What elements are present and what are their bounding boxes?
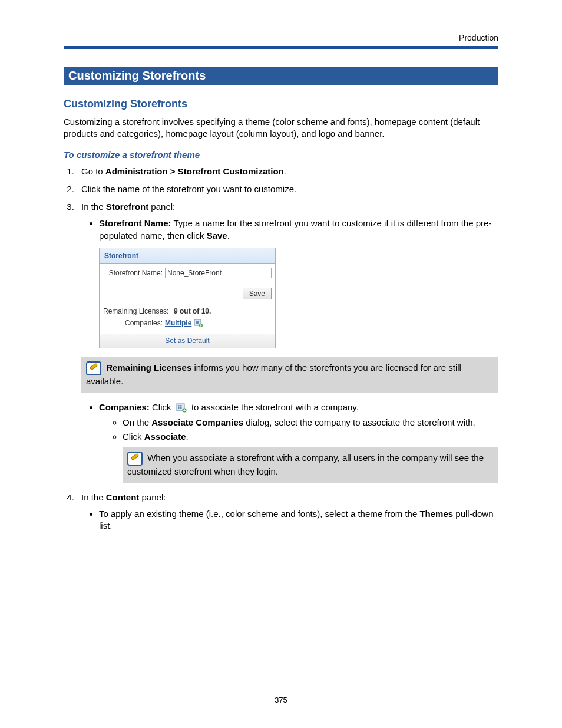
save-button[interactable]: Save — [243, 288, 272, 299]
intro-paragraph: Customizing a storefront involves specif… — [64, 116, 498, 140]
companies-label: Companies: — [103, 318, 165, 328]
svg-rect-1 — [196, 321, 197, 322]
step-4: In the Content panel: To apply an existi… — [77, 492, 498, 532]
licenses-label: Remaining Licenses: — [103, 307, 174, 316]
header-section: Production — [459, 33, 498, 42]
svg-rect-9 — [178, 407, 180, 409]
page-footer: 375 — [64, 694, 498, 704]
subheading: Customizing Storefronts — [64, 98, 498, 110]
page-header: Production — [64, 33, 498, 42]
licenses-value: 9 out of 10. — [174, 307, 211, 316]
step-4-bullet-1: To apply an existing theme (i.e., color … — [99, 508, 498, 532]
step-3: In the Storefront panel: Storefront Name… — [77, 201, 498, 483]
associate-inline-icon — [176, 403, 187, 413]
header-rule — [64, 46, 498, 49]
pencil-note-icon — [86, 361, 101, 375]
procedure-list: Go to Administration > Storefront Custom… — [64, 166, 498, 532]
pencil-note-icon — [127, 452, 143, 466]
storefront-name-input[interactable] — [165, 268, 272, 278]
note-remaining-licenses: Remaining Licenses informs you how many … — [81, 357, 498, 393]
panel-title: Storefront — [100, 248, 275, 264]
svg-rect-4 — [197, 322, 199, 324]
note-associate-company: When you associate a storefront with a c… — [123, 447, 498, 483]
procedure-title: To customize a storefront theme — [64, 150, 498, 160]
set-as-default-link[interactable]: Set as Default — [100, 334, 275, 347]
step-3-sub-2: Click Associate. — [123, 431, 498, 443]
section-banner: Customizing Storefronts — [64, 67, 498, 85]
page-number: 375 — [275, 696, 287, 704]
svg-rect-10 — [180, 407, 182, 409]
step-3-bullet-2: Companies: Click to associate the storef… — [99, 401, 498, 483]
step-3-sub-1: On the Associate Companies dialog, selec… — [123, 417, 498, 429]
svg-rect-8 — [180, 405, 182, 407]
storefront-name-label: Storefront Name: — [103, 268, 165, 278]
svg-rect-7 — [178, 405, 180, 407]
step-3-bullet-1: Storefront Name: Type a name for the sto… — [99, 218, 498, 393]
associate-icon[interactable] — [194, 319, 203, 327]
step-2: Click the name of the storefront you wan… — [77, 183, 498, 195]
svg-rect-3 — [196, 322, 197, 324]
companies-link[interactable]: Multiple — [165, 318, 191, 328]
step-1: Go to Administration > Storefront Custom… — [77, 166, 498, 177]
svg-rect-2 — [197, 321, 199, 322]
storefront-panel: Storefront Storefront Name: Save Remaini… — [99, 248, 276, 348]
